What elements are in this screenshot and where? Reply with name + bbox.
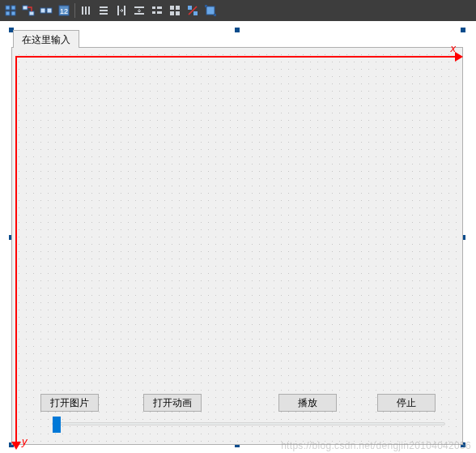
break-layout-icon[interactable]	[184, 2, 202, 19]
toolbar: 12	[0, 0, 476, 21]
svg-rect-28	[176, 11, 180, 15]
svg-rect-33	[205, 5, 207, 7]
svg-rect-3	[11, 11, 15, 15]
open-animation-button[interactable]: 打开动画	[143, 394, 202, 412]
svg-rect-5	[29, 11, 34, 15]
svg-rect-26	[176, 6, 180, 10]
y-axis-arrow	[15, 56, 17, 443]
svg-rect-32	[206, 6, 215, 15]
layout-vertical-icon[interactable]	[95, 2, 113, 19]
edit-signals-icon[interactable]	[19, 2, 37, 19]
button-label: 停止	[397, 397, 416, 408]
svg-text:12: 12	[60, 7, 68, 15]
svg-rect-27	[170, 11, 174, 15]
open-image-button[interactable]: 打开图片	[40, 394, 99, 412]
layout-h-splitter-icon[interactable]	[113, 2, 130, 19]
svg-rect-22	[157, 6, 162, 9]
y-axis-label: y	[22, 435, 28, 447]
edit-widgets-icon[interactable]	[2, 2, 19, 19]
x-axis-label: x	[451, 42, 457, 54]
edit-tab-order-icon[interactable]: 12	[55, 2, 73, 19]
svg-rect-29	[188, 6, 192, 10]
button-label: 打开动画	[153, 397, 192, 408]
svg-rect-2	[6, 11, 10, 15]
designer-canvas[interactable]: 在这里输入 x y 打开图片 打开动画 播放 停止 https://blog.c…	[0, 21, 476, 453]
svg-rect-25	[170, 6, 174, 10]
tab-label: 在这里输入	[22, 34, 70, 45]
svg-rect-23	[152, 11, 155, 14]
tab-header[interactable]: 在这里输入	[13, 30, 79, 48]
tab-page[interactable]: x y 打开图片 打开动画 播放 停止	[11, 47, 463, 445]
layout-form-icon[interactable]	[148, 2, 166, 19]
svg-rect-1	[11, 6, 15, 10]
adjust-size-icon[interactable]	[202, 2, 219, 19]
svg-rect-4	[23, 6, 28, 10]
svg-rect-34	[214, 14, 216, 16]
svg-rect-30	[193, 11, 198, 15]
button-label: 打开图片	[50, 397, 89, 408]
layout-grid-icon[interactable]	[166, 2, 184, 19]
svg-rect-7	[47, 8, 52, 13]
svg-rect-0	[6, 6, 10, 10]
button-label: 播放	[298, 397, 317, 408]
svg-rect-6	[40, 8, 45, 13]
svg-rect-21	[152, 6, 155, 9]
progress-slider[interactable]	[52, 422, 445, 425]
x-axis-arrow	[15, 56, 457, 58]
edit-buddies-icon[interactable]	[37, 2, 55, 19]
svg-rect-24	[157, 11, 162, 14]
slider-thumb[interactable]	[53, 417, 61, 433]
play-button[interactable]: 播放	[278, 394, 337, 412]
tab-widget[interactable]: 在这里输入 x y 打开图片 打开动画 播放 停止	[11, 30, 463, 445]
toolbar-separator	[74, 3, 75, 18]
layout-horizontal-icon[interactable]	[77, 2, 95, 19]
layout-v-splitter-icon[interactable]	[130, 2, 148, 19]
stop-button[interactable]: 停止	[377, 394, 436, 412]
